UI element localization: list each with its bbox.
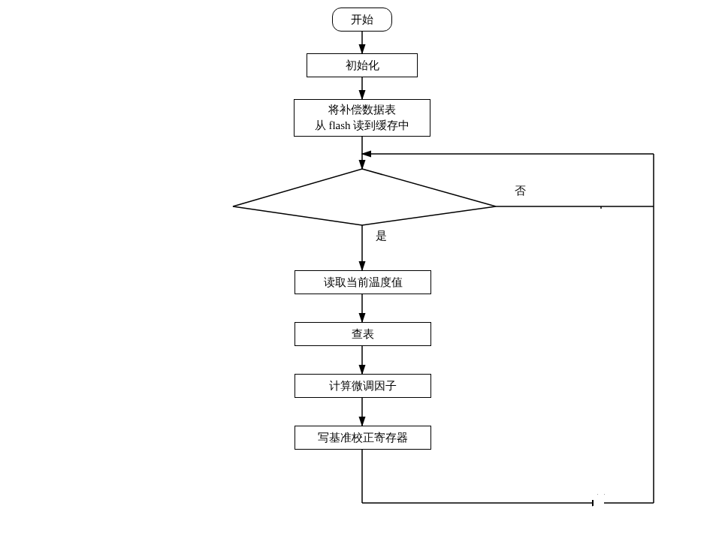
node-write-reg: 写基准校正寄存器 [295, 426, 431, 450]
node-start: 开始 [332, 8, 392, 32]
node-init: 初始化 [307, 53, 418, 77]
edge-label-yes: 是 [376, 229, 387, 243]
node-read-temp: 读取当前温度值 [295, 270, 431, 294]
node-decision-text: 是否 100 毫秒 [317, 200, 407, 215]
node-load-table: 将补偿数据表 从 flash 读到缓存中 [294, 99, 430, 137]
decision-diamond [233, 169, 496, 225]
node-lookup: 查表 [295, 322, 431, 346]
node-calc: 计算微调因子 [295, 374, 431, 398]
edge-label-no: 否 [515, 184, 526, 198]
